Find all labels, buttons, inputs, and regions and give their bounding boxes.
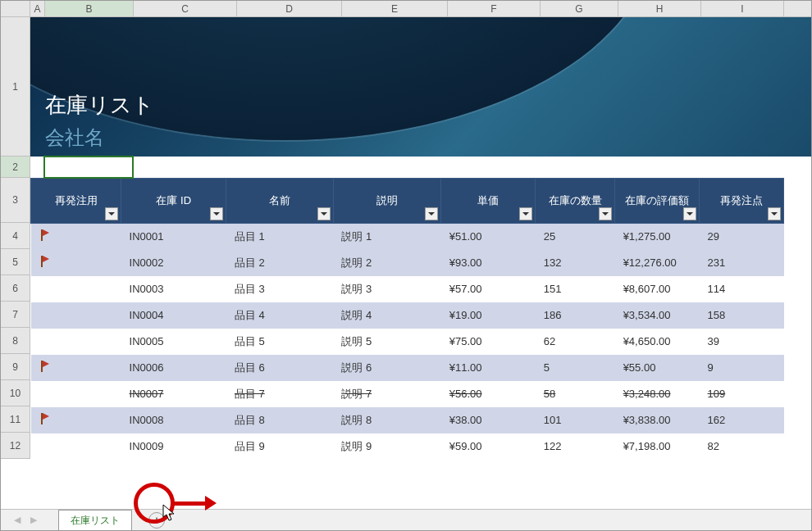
cell-value[interactable]: ¥8,607.00 bbox=[615, 276, 700, 302]
col-header-B[interactable]: B bbox=[45, 1, 134, 16]
active-cell-outline[interactable] bbox=[43, 156, 134, 179]
cell-reorder[interactable]: 109 bbox=[700, 381, 784, 407]
cell-flag[interactable] bbox=[31, 355, 121, 381]
row-header-10[interactable]: 10 bbox=[1, 380, 30, 406]
table-header[interactable]: 単価 bbox=[441, 179, 536, 224]
filter-button[interactable] bbox=[105, 207, 118, 220]
cell-flag[interactable] bbox=[31, 224, 121, 250]
table-row[interactable]: IN0005品目 5説明 5¥75.0062¥4,650.0039 bbox=[31, 329, 784, 355]
row-header-12[interactable]: 12 bbox=[1, 433, 30, 459]
cell-id[interactable]: IN0004 bbox=[121, 302, 226, 329]
table-header[interactable]: 在庫の評価額 bbox=[615, 179, 700, 224]
cell-name[interactable]: 品目 9 bbox=[226, 433, 333, 460]
table-row[interactable]: IN0008品目 8説明 8¥38.00101¥3,838.00162 bbox=[31, 407, 784, 433]
cell-id[interactable]: IN0007 bbox=[121, 381, 226, 407]
filter-button[interactable] bbox=[425, 207, 438, 220]
row-header-6[interactable]: 6 bbox=[1, 275, 30, 302]
tab-nav-next-icon[interactable]: ▶ bbox=[25, 515, 42, 525]
spreadsheet-grid[interactable]: 在庫リスト 会社名 再発注用在庫 ID名前説明単価在庫の数量在庫の評価額再発注点… bbox=[30, 17, 811, 460]
cell-desc[interactable]: 説明 1 bbox=[333, 224, 440, 250]
col-header-F[interactable]: F bbox=[448, 1, 541, 16]
cell-reorder[interactable]: 82 bbox=[700, 433, 784, 460]
sheet-tab-active[interactable]: 在庫リスト bbox=[58, 510, 132, 531]
row-header-2[interactable]: 2 bbox=[1, 157, 30, 178]
filter-button[interactable] bbox=[599, 207, 612, 220]
cell-price[interactable]: ¥93.00 bbox=[441, 250, 536, 276]
cell-value[interactable]: ¥3,248.00 bbox=[615, 381, 700, 407]
cell-flag[interactable] bbox=[31, 250, 121, 276]
cell-id[interactable]: IN0009 bbox=[121, 433, 226, 460]
cell-price[interactable]: ¥19.00 bbox=[441, 302, 536, 329]
row-header-3[interactable]: 3 bbox=[1, 178, 30, 223]
row-header-9[interactable]: 9 bbox=[1, 354, 30, 380]
cell-reorder[interactable]: 114 bbox=[700, 276, 784, 302]
cell-price[interactable]: ¥75.00 bbox=[441, 329, 536, 355]
cell-desc[interactable]: 説明 4 bbox=[333, 302, 440, 329]
filter-button[interactable] bbox=[519, 207, 532, 220]
add-sheet-button[interactable]: + bbox=[148, 512, 165, 529]
col-header-H[interactable]: H bbox=[618, 1, 701, 16]
cell-flag[interactable] bbox=[31, 407, 121, 433]
cell-reorder[interactable]: 39 bbox=[700, 329, 784, 355]
cell-value[interactable]: ¥55.00 bbox=[615, 355, 700, 381]
cell-desc[interactable]: 説明 7 bbox=[333, 381, 440, 407]
cell-id[interactable]: IN0002 bbox=[121, 250, 226, 276]
cell-name[interactable]: 品目 4 bbox=[226, 302, 333, 329]
row-header-5[interactable]: 5 bbox=[1, 249, 30, 275]
cell-price[interactable]: ¥51.00 bbox=[441, 224, 536, 250]
cell-id[interactable]: IN0003 bbox=[121, 276, 226, 302]
table-row[interactable]: IN0002品目 2説明 2¥93.00132¥12,276.00231 bbox=[31, 250, 784, 276]
cell-qty[interactable]: 122 bbox=[536, 433, 615, 460]
cell-reorder[interactable]: 162 bbox=[700, 407, 784, 433]
cell-desc[interactable]: 説明 9 bbox=[333, 433, 440, 460]
cell-name[interactable]: 品目 1 bbox=[226, 224, 333, 250]
filter-button[interactable] bbox=[317, 207, 331, 220]
cell-reorder[interactable]: 158 bbox=[700, 302, 784, 329]
cell-flag[interactable] bbox=[31, 433, 121, 460]
filter-button[interactable] bbox=[210, 207, 223, 220]
row-header-8[interactable]: 8 bbox=[1, 328, 30, 354]
table-header[interactable]: 再発注用 bbox=[31, 179, 121, 224]
cell-id[interactable]: IN0006 bbox=[121, 355, 226, 381]
table-row[interactable]: IN0007品目 7説明 7¥56.0058¥3,248.00109 bbox=[31, 381, 784, 407]
cell-value[interactable]: ¥3,838.00 bbox=[615, 407, 700, 433]
cell-name[interactable]: 品目 2 bbox=[226, 250, 333, 276]
col-header-C[interactable]: C bbox=[134, 1, 237, 16]
table-header[interactable]: 再発注点 bbox=[700, 179, 784, 224]
cell-price[interactable]: ¥38.00 bbox=[441, 407, 536, 433]
cell-price[interactable]: ¥56.00 bbox=[441, 381, 536, 407]
table-header[interactable]: 在庫の数量 bbox=[536, 179, 615, 224]
cell-flag[interactable] bbox=[31, 276, 121, 302]
cell-desc[interactable]: 説明 5 bbox=[333, 329, 440, 355]
row-header-7[interactable]: 7 bbox=[1, 302, 30, 328]
cell-qty[interactable]: 132 bbox=[536, 250, 615, 276]
cell-price[interactable]: ¥57.00 bbox=[441, 276, 536, 302]
table-header[interactable]: 名前 bbox=[226, 179, 333, 224]
cell-name[interactable]: 品目 6 bbox=[226, 355, 333, 381]
cell-id[interactable]: IN0005 bbox=[121, 329, 226, 355]
cell-desc[interactable]: 説明 2 bbox=[333, 250, 440, 276]
cell-flag[interactable] bbox=[31, 302, 121, 329]
cell-desc[interactable]: 説明 8 bbox=[333, 407, 440, 433]
cell-reorder[interactable]: 231 bbox=[700, 250, 784, 276]
cell-flag[interactable] bbox=[31, 381, 121, 407]
cell-qty[interactable]: 25 bbox=[536, 224, 615, 250]
col-header-D[interactable]: D bbox=[237, 1, 342, 16]
cell-price[interactable]: ¥11.00 bbox=[441, 355, 536, 381]
cell-value[interactable]: ¥7,198.00 bbox=[615, 433, 700, 460]
cell-name[interactable]: 品目 5 bbox=[226, 329, 333, 355]
col-header-E[interactable]: E bbox=[342, 1, 448, 16]
cell-name[interactable]: 品目 3 bbox=[226, 276, 333, 302]
cell-qty[interactable]: 58 bbox=[536, 381, 615, 407]
cell-qty[interactable]: 186 bbox=[536, 302, 615, 329]
cell-name[interactable]: 品目 7 bbox=[226, 381, 333, 407]
cell-desc[interactable]: 説明 3 bbox=[333, 276, 440, 302]
row-header-4[interactable]: 4 bbox=[1, 223, 30, 249]
table-row[interactable]: IN0009品目 9説明 9¥59.00122¥7,198.0082 bbox=[31, 433, 784, 460]
select-all-corner[interactable] bbox=[1, 1, 30, 16]
table-header[interactable]: 説明 bbox=[333, 179, 440, 224]
col-header-A[interactable]: A bbox=[30, 1, 45, 16]
cell-price[interactable]: ¥59.00 bbox=[441, 433, 536, 460]
cell-reorder[interactable]: 29 bbox=[700, 224, 784, 250]
cell-reorder[interactable]: 9 bbox=[700, 355, 784, 381]
